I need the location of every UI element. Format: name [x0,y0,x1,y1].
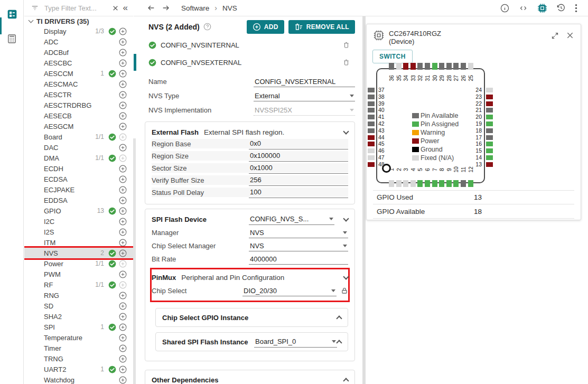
history-icon[interactable] [556,3,566,13]
sidebar-item-aesctrdrbg[interactable]: AESCTRDRBG [24,100,133,110]
pin-25[interactable] [468,63,473,70]
field-manager[interactable]: NVS [249,227,348,238]
more-icon[interactable] [575,4,577,13]
nvs-instance-row[interactable]: CONFIG_NVSEXTERNAL [148,55,355,69]
sidebar-item-i2s[interactable]: I2S [24,227,133,237]
close-icon[interactable] [566,31,574,40]
field-bit-rate[interactable]: 4000000 [249,254,348,265]
sidebar-item-eddsa[interactable]: EDDSA [24,195,133,205]
filter-input[interactable] [43,4,108,13]
add-instance-icon[interactable] [119,313,127,321]
pin-41[interactable] [368,115,375,119]
add-instance-icon[interactable] [119,292,127,299]
pin-46[interactable] [368,148,375,153]
sidebar-item-uart2[interactable]: UART21 [24,364,133,374]
sidebar-item-power[interactable]: Power1/1 [24,258,133,269]
add-instance-icon[interactable] [119,366,127,373]
tree-group-header[interactable]: TI DRIVERS (35) [24,16,133,26]
pin-6[interactable] [425,180,430,187]
add-instance-icon[interactable] [119,239,127,247]
shared-spi-flash-instance-section[interactable]: Shared SPI Flash Instance Board_SPI_0 [155,332,348,351]
sidebar-item-aescmac[interactable]: AESCMAC [24,79,133,89]
pinmux-header[interactable]: PinMux Peripheral and Pin Configuration [152,270,348,284]
pin-34[interactable] [403,63,408,70]
remove-all-button[interactable]: REMOVE ALL [288,20,355,34]
collapse-panel-icon[interactable]: « [123,3,128,12]
field-region-base[interactable]: 0x0 [249,138,348,149]
sidebar-item-aesgcm[interactable]: AESGCM [24,121,133,132]
sidebar-item-aesccm[interactable]: AESCCM1 [24,68,133,79]
modules-icon[interactable] [0,4,24,24]
pin-19[interactable] [486,121,493,126]
pin-8[interactable] [439,180,444,187]
sidebar-item-spi[interactable]: SPI1 [24,322,133,332]
register-map-icon[interactable] [0,29,24,49]
pin-7[interactable] [432,180,437,187]
field-nvs-type[interactable]: External [254,90,355,101]
external-flash-header[interactable]: External Flash External SPI flash region… [152,125,348,139]
pin-11[interactable] [461,180,466,187]
pin-39[interactable] [368,101,375,106]
pin-18[interactable] [486,128,493,133]
pin-1[interactable] [389,180,394,187]
add-instance-icon[interactable] [119,80,127,88]
pin-27[interactable] [453,63,459,70]
add-instance-icon[interactable] [119,175,127,183]
add-instance-icon[interactable] [119,228,127,236]
pin-16[interactable] [486,142,493,146]
field-region-size[interactable]: 0x100000 [249,151,348,162]
pin-13[interactable] [486,162,493,167]
info-icon[interactable] [500,4,509,13]
add-instance-icon[interactable] [119,38,127,46]
add-instance-icon[interactable] [119,91,127,99]
add-instance-icon[interactable] [119,249,127,257]
add-instance-icon[interactable] [119,270,127,278]
add-button[interactable]: ADD [247,20,284,34]
sidebar-item-ecdsa[interactable]: ECDSA [24,174,133,184]
sidebar-item-trng[interactable]: TRNG [24,353,133,364]
sidebar-item-ecjpake[interactable]: ECJPAKE [24,184,133,195]
pin-24[interactable] [486,88,493,92]
sidebar-item-gpio[interactable]: GPIO13 [24,205,133,216]
pin-31[interactable] [425,63,430,70]
add-instance-icon[interactable] [119,59,127,67]
sidebar-item-temperature[interactable]: Temperature [24,332,133,343]
pin-40[interactable] [368,108,375,113]
pin-21[interactable] [486,108,493,113]
config-scrollbar[interactable] [362,16,366,384]
sidebar-item-dma[interactable]: DMA1/1 [24,153,133,163]
field-sector-size[interactable]: 0x1000 [249,163,348,174]
field-verify-buffer-size[interactable]: 256 [249,175,348,186]
code-icon[interactable] [518,4,528,12]
sidebar-item-sha2[interactable]: SHA2 [24,311,133,322]
add-instance-icon[interactable] [119,207,127,215]
sidebar-item-itm[interactable]: ITM [24,237,133,248]
pin-9[interactable] [446,180,452,187]
add-instance-icon[interactable] [119,165,127,173]
sidebar-item-rf[interactable]: RF1/1 [24,279,133,290]
clear-filter-icon[interactable] [112,5,119,12]
pin-15[interactable] [486,148,493,153]
pin-42[interactable] [368,121,375,126]
pin-44[interactable] [368,135,375,140]
delete-icon[interactable] [343,41,350,49]
add-instance-icon[interactable] [119,144,127,152]
add-instance-icon[interactable] [119,344,127,352]
back-arrow-icon[interactable] [146,4,156,12]
add-instance-icon[interactable] [119,112,127,120]
pin-43[interactable] [368,128,375,133]
help-icon[interactable] [203,23,211,31]
sidebar-item-aescbc[interactable]: AESCBC [24,58,133,68]
add-instance-icon[interactable] [119,218,127,226]
add-instance-icon[interactable] [119,196,127,204]
pin-30[interactable] [432,63,437,70]
sidebar-item-dac[interactable]: DAC [24,142,133,153]
pin-33[interactable] [410,63,416,70]
forward-arrow-icon[interactable] [161,4,171,12]
field-status-poll-delay[interactable]: 100 [249,187,348,198]
add-instance-icon[interactable] [119,123,127,130]
sidebar-item-aesecb[interactable]: AESECB [24,110,133,121]
pin-20[interactable] [486,115,493,119]
pin-26[interactable] [461,63,466,70]
sidebar-item-sd[interactable]: SD [24,301,133,311]
